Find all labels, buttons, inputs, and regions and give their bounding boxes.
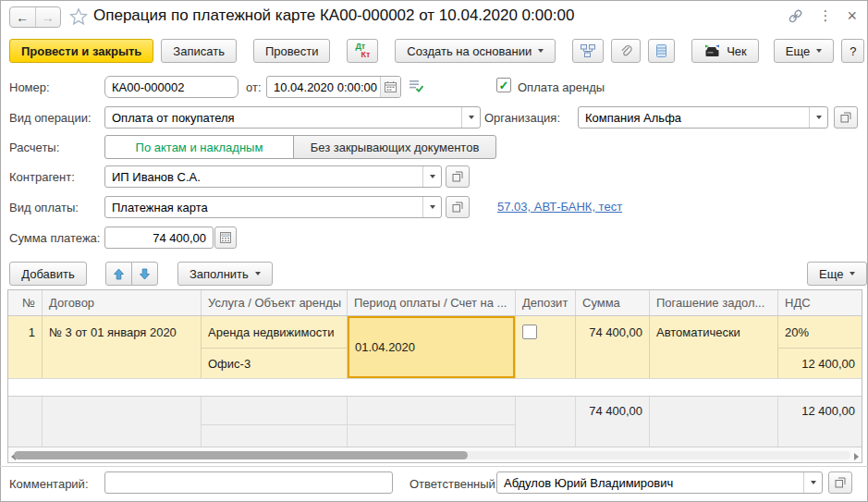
- structure-links-button[interactable]: [572, 39, 604, 63]
- cell-contract[interactable]: № 3 от 01 января 2020: [43, 316, 201, 348]
- col-header-deposit[interactable]: Депозит: [516, 290, 576, 315]
- payment-type-label: Вид оплаты:: [9, 201, 79, 214]
- col-header-contract[interactable]: Договор: [43, 290, 202, 315]
- cell-service[interactable]: Аренда недвижимости: [202, 316, 347, 348]
- open-form-icon: [835, 477, 846, 488]
- horizontal-scrollbar[interactable]: [8, 447, 862, 462]
- deposit-checkbox[interactable]: [522, 324, 537, 339]
- cell-num[interactable]: 1: [8, 316, 42, 348]
- col-header-num[interactable]: №: [8, 290, 43, 315]
- account-link[interactable]: 57.03, АВТ-БАНК, тест: [497, 200, 622, 214]
- scrollbar-thumb[interactable]: [14, 451, 468, 459]
- post-button[interactable]: Провести: [253, 39, 331, 63]
- forward-button[interactable]: →: [36, 7, 61, 27]
- create-based-on-button[interactable]: Создать на основании: [395, 39, 556, 63]
- amount-value: 74 400,00: [153, 231, 206, 245]
- col-header-amount[interactable]: Сумма: [576, 290, 650, 315]
- dropdown-button[interactable]: [809, 107, 827, 128]
- organization-select[interactable]: Компания Альфа: [578, 106, 828, 129]
- more-menu-icon[interactable]: ⋮: [818, 7, 832, 24]
- dropdown-button[interactable]: [461, 107, 480, 128]
- close-icon[interactable]: ×: [847, 7, 857, 24]
- add-row-button[interactable]: Добавить: [9, 262, 87, 286]
- chevron-down-icon: [255, 272, 261, 275]
- back-button[interactable]: ←: [10, 7, 36, 27]
- col-header-vat[interactable]: НДС: [778, 290, 862, 315]
- operation-type-select[interactable]: Оплата от покупателя: [104, 106, 481, 129]
- calculator-icon: [220, 232, 231, 243]
- responsible-open-button[interactable]: [828, 471, 852, 494]
- settlements-option-no-docs-label: Без закрывающих документов: [311, 141, 480, 154]
- calendar-icon: [385, 81, 397, 92]
- scroll-right-icon[interactable]: [854, 453, 859, 460]
- register-records-button[interactable]: [648, 39, 675, 63]
- dtkt-postings-button[interactable]: ДтКт: [347, 39, 378, 63]
- open-form-icon: [452, 171, 463, 182]
- cell-vat-amount[interactable]: 12 400,00: [778, 348, 862, 378]
- calendar-button[interactable]: [380, 77, 400, 97]
- settlements-option-no-docs[interactable]: Без закрывающих документов: [293, 135, 496, 159]
- settlements-label: Расчеты:: [9, 141, 59, 154]
- cell-repayment[interactable]: Автоматически: [650, 316, 777, 348]
- cell-rent-object[interactable]: Офис-3: [202, 348, 347, 378]
- dropdown-button[interactable]: [422, 166, 441, 187]
- get-link-icon[interactable]: [788, 8, 803, 24]
- receipt-label: Чек: [727, 44, 747, 58]
- responsible-select[interactable]: Абдулов Юрий Владимирович: [496, 471, 823, 494]
- col-header-period[interactable]: Период оплаты / Счет на ...: [348, 290, 516, 315]
- move-up-button[interactable]: [105, 262, 132, 286]
- rent-payment-checkbox[interactable]: ✓: [496, 78, 511, 92]
- help-button[interactable]: ?: [841, 39, 864, 63]
- operation-type-value: Оплата от покупателя: [112, 111, 235, 125]
- dropdown-button[interactable]: [803, 472, 822, 493]
- chevron-down-icon: [816, 49, 822, 53]
- settlements-option-acts[interactable]: По актам и накладным: [104, 135, 294, 159]
- move-down-button[interactable]: [131, 262, 158, 286]
- footer-divider: [0, 466, 868, 467]
- page-title: Операция по платежной карте КА00-000002 …: [93, 6, 574, 25]
- payment-type-open-button[interactable]: [446, 196, 470, 218]
- check-icon: ✓: [499, 79, 509, 92]
- table-row[interactable]: 1 № 3 от 01 января 2020 Аренда недвижимо…: [8, 316, 862, 379]
- cell-vat-rate[interactable]: 20%: [778, 316, 862, 348]
- settlements-toggle: По актам и накладным Без закрывающих док…: [104, 135, 496, 159]
- col-header-repayment[interactable]: Погашение задол...: [650, 290, 778, 315]
- calculator-button[interactable]: [214, 227, 237, 249]
- fill-button[interactable]: Заполнить: [177, 262, 273, 286]
- write-button[interactable]: Записать: [161, 39, 237, 63]
- attachments-button[interactable]: [611, 39, 641, 63]
- paperclip-icon: [619, 44, 632, 57]
- selected-cell[interactable]: 01.04.2020: [348, 316, 515, 378]
- payment-type-select[interactable]: Платежная карта: [104, 196, 442, 218]
- comment-input[interactable]: [104, 471, 393, 494]
- receipt-button[interactable]: Чек: [691, 39, 759, 63]
- document-check-icon[interactable]: [409, 79, 423, 93]
- number-label: Номер:: [9, 80, 50, 94]
- date-value: 10.04.2020 0:00:00: [274, 80, 377, 94]
- amount-field[interactable]: 74 400,00: [104, 227, 214, 249]
- col-header-service[interactable]: Услуга / Объект аренды: [202, 290, 348, 315]
- number-field[interactable]: КА00-000002: [104, 76, 238, 98]
- more-actions-button[interactable]: Еще: [774, 39, 834, 63]
- post-and-close-button[interactable]: Провести и закрыть: [9, 39, 153, 63]
- dropdown-button[interactable]: [422, 197, 441, 217]
- contractor-label: Контрагент:: [9, 170, 75, 184]
- chevron-down-icon: [850, 272, 855, 275]
- nav-history-group: ← →: [9, 6, 61, 28]
- forward-icon: →: [42, 10, 55, 25]
- table-empty-area[interactable]: [8, 379, 862, 396]
- list-more-label: Еще: [819, 267, 843, 281]
- register-list-icon: [656, 44, 666, 57]
- rent-payment-checkbox-label: Оплата аренды: [518, 80, 605, 94]
- contractor-open-button[interactable]: [446, 165, 470, 188]
- date-field[interactable]: 10.04.2020 0:00:00: [266, 76, 401, 98]
- contractor-value: ИП Иванов С.А.: [112, 170, 201, 184]
- contractor-select[interactable]: ИП Иванов С.А.: [104, 165, 442, 188]
- cell-period[interactable]: 01.04.2020: [348, 316, 515, 348]
- favorite-star-icon[interactable]: [69, 7, 88, 26]
- list-more-button[interactable]: Еще: [807, 262, 867, 286]
- arrow-up-icon: [114, 268, 124, 280]
- chevron-down-icon: [430, 175, 435, 178]
- organization-open-button[interactable]: [834, 106, 858, 129]
- cell-amount[interactable]: 74 400,00: [576, 316, 649, 348]
